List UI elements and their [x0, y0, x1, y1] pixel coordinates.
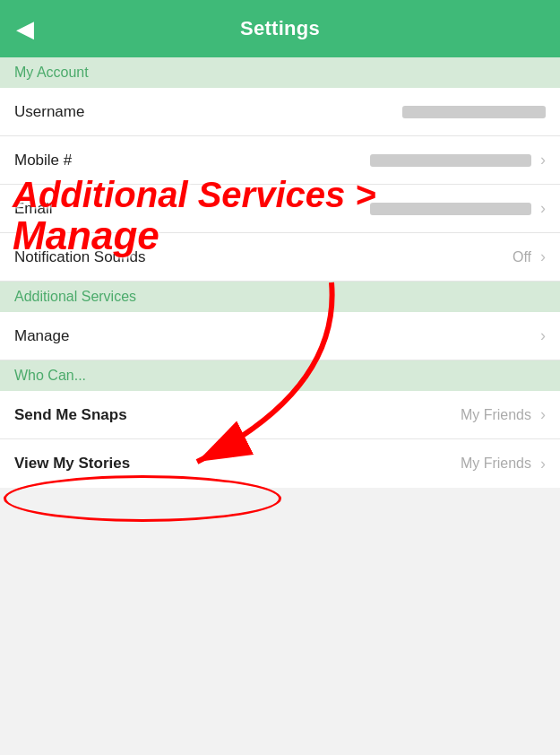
notification-sounds-chevron: › — [540, 247, 546, 266]
send-me-snaps-label: Send Me Snaps — [14, 406, 127, 424]
mobile-chevron: › — [540, 151, 546, 169]
email-value: › — [370, 199, 546, 218]
back-button[interactable]: ◀ — [16, 15, 34, 43]
notification-sounds-text: Off — [513, 249, 531, 265]
section-header-my-account: My Account — [0, 57, 560, 88]
username-value — [402, 106, 546, 118]
send-me-snaps-row[interactable]: Send Me Snaps My Friends › — [0, 391, 560, 439]
view-my-stories-text: My Friends — [461, 456, 531, 472]
section-header-additional-services: Additional Services — [0, 282, 560, 312]
send-me-snaps-value: My Friends › — [461, 405, 546, 424]
email-label: Email — [14, 200, 53, 218]
send-me-snaps-text: My Friends — [461, 407, 531, 423]
email-row[interactable]: Email › — [0, 185, 560, 233]
manage-label: Manage — [14, 327, 69, 345]
view-my-stories-row[interactable]: View My Stories My Friends › — [0, 439, 560, 488]
page-title: Settings — [240, 17, 320, 40]
notification-sounds-row[interactable]: Notification Sounds Off › — [0, 233, 560, 282]
send-me-snaps-chevron: › — [540, 405, 546, 424]
mobile-label: Mobile # — [14, 152, 72, 169]
email-chevron: › — [540, 199, 546, 218]
manage-chevron: › — [540, 326, 546, 345]
username-label: Username — [14, 103, 84, 121]
settings-sections: My Account Username Mobile # › Email › N… — [0, 57, 560, 488]
section-header-who-can: Who Can... — [0, 360, 560, 391]
settings-header: ◀ Settings — [0, 0, 560, 57]
notification-sounds-value: Off › — [513, 247, 546, 266]
email-blurred — [370, 203, 531, 215]
view-my-stories-chevron: › — [540, 455, 546, 473]
mobile-blurred — [370, 154, 531, 167]
username-blurred — [402, 106, 546, 118]
mobile-value: › — [370, 151, 546, 169]
manage-row[interactable]: Manage › — [0, 312, 560, 360]
mobile-row[interactable]: Mobile # › — [0, 136, 560, 185]
username-row[interactable]: Username — [0, 88, 560, 136]
manage-value: › — [537, 326, 546, 345]
view-my-stories-label: View My Stories — [14, 455, 130, 473]
notification-sounds-label: Notification Sounds — [14, 248, 145, 266]
view-my-stories-value: My Friends › — [461, 455, 546, 473]
